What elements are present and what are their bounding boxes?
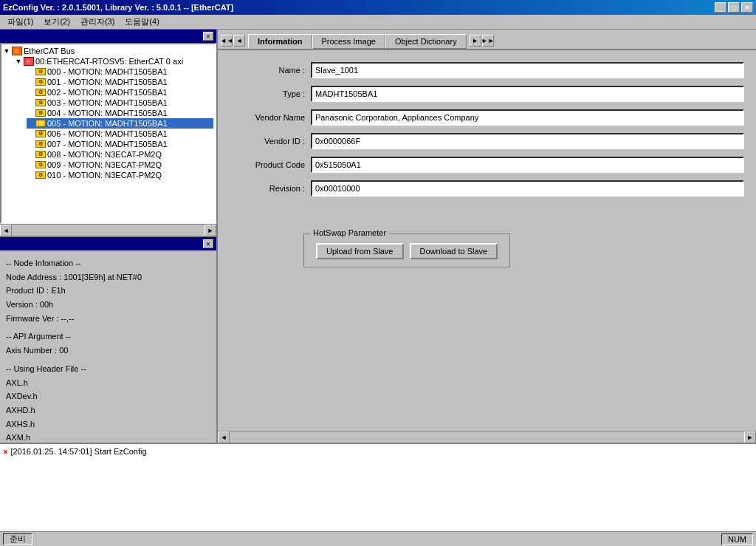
window-controls[interactable]: _ □ × (715, 2, 753, 13)
form-value-vendor-name: Panasonic Corporation, Appliances Compan… (311, 109, 744, 126)
log-area: × [2016.01.25. 14:57:01] Start EzConfig (0, 443, 756, 531)
tree-device-6[interactable]: ⚙ 006 - MOTION: MADHT1505BA1 (27, 129, 213, 139)
log-text-0: [2016.01.25. 14:57:01] Start EzConfig (10, 447, 146, 456)
download-to-slave-button[interactable]: Download to Slave (410, 243, 498, 259)
device-label-9: 009 - MOTION: N3ECAT-PM2Q (47, 160, 162, 169)
tree-root-label: EtherCAT Bus (24, 47, 75, 55)
status-bar: 준비 NUM (0, 531, 756, 546)
tree-scroll-h[interactable]: ◄ ► (0, 224, 216, 236)
tree-device-2[interactable]: ⚙ 002 - MOTION: MADHT1505BA1 (27, 87, 213, 98)
upload-from-slave-button[interactable]: Upload from Slave (316, 243, 404, 259)
tree-device-5[interactable]: ⚙ 005 - MOTION: MADHT1505BA1 (27, 118, 213, 129)
info-panel-close-button[interactable]: × (203, 239, 213, 248)
menu-help[interactable]: 도움말(4) (120, 15, 163, 29)
device-label-2: 002 - MOTION: MADHT1505BA1 (47, 88, 168, 97)
device-icon-4: ⚙ (35, 109, 46, 117)
info-panel-title-bar: × (0, 237, 216, 250)
close-button[interactable]: × (741, 2, 753, 13)
form-label-product-code: Product Code (230, 160, 311, 169)
device-label-4: 004 - MOTION: MADHT1505BA1 (47, 109, 168, 117)
tree-sub-node[interactable]: ▼ E 00:ETHERCAT-RTOSV5: EtherCAT 0 axi (15, 56, 213, 66)
tree-device-8[interactable]: ⚙ 008 - MOTION: N3ECAT-PM2Q (27, 149, 213, 160)
header-file-axhd: AXHD.h (6, 403, 210, 417)
header-file-axl: AXL.h (6, 376, 210, 390)
form-value-revision: 0x00010000 (311, 180, 744, 197)
tab-process-image[interactable]: Process Image (312, 34, 385, 49)
main-container: × ▼ E EtherCAT Bus ▼ E (0, 30, 756, 546)
form-row-name: Name : Slave_1001 (230, 62, 744, 78)
axis-number-label: Axis Number (6, 346, 52, 355)
menu-bar: 파일(1) 보기(2) 관리자(3) 도움말(4) (0, 15, 756, 30)
tree-device-0[interactable]: ⚙ 000 - MOTION: MADHT1505BA1 (27, 66, 213, 77)
menu-admin[interactable]: 관리자(3) (76, 15, 119, 29)
tree-device-7[interactable]: ⚙ 007 - MOTION: MADHT1505BA1 (27, 139, 213, 149)
content-scroll-left[interactable]: ◄ (218, 431, 230, 443)
title-bar: EzConfig Ver. : 2.0.1.5001, Library Ver.… (0, 0, 756, 15)
log-entry-0: × [2016.01.25. 14:57:01] Start EzConfig (3, 447, 753, 456)
status-text: 준비 (3, 533, 32, 545)
content-scroll-h[interactable]: ◄ ► (218, 431, 756, 443)
firmware-value: : --,-- (56, 314, 74, 323)
device-icon-10: ⚙ (35, 171, 46, 179)
ethercat-bus-icon: E (12, 47, 22, 55)
left-panel: × ▼ E EtherCAT Bus ▼ E (0, 30, 218, 443)
minimize-button[interactable]: _ (715, 2, 726, 13)
form-container: Name : Slave_1001 Type : MADHT1505BA1 Ve… (230, 62, 744, 197)
tree-device-1[interactable]: ⚙ 001 - MOTION: MADHT1505BA1 (27, 77, 213, 87)
header-file-title: -- Using Header File -- (6, 362, 210, 376)
tree-scroll-container[interactable]: ▼ E EtherCAT Bus ▼ E 00:ETHERCAT-RTOSV5:… (1, 44, 215, 222)
node-address-label: Node Address (6, 273, 57, 281)
tab-information[interactable]: Information (248, 34, 312, 49)
tree-scroll-left[interactable]: ◄ (0, 225, 12, 236)
tree-device-4[interactable]: ⚙ 004 - MOTION: MADHT1505BA1 (27, 108, 213, 118)
tree-device-10[interactable]: ⚙ 010 - MOTION: N3ECAT-PM2Q (27, 170, 213, 180)
device-label-10: 010 - MOTION: N3ECAT-PM2Q (47, 171, 162, 180)
device-icon-2: ⚙ (35, 89, 46, 96)
content-scroll-right[interactable]: ► (744, 431, 756, 443)
header-file-axm: AXM.h (6, 431, 210, 443)
sub-node-icon: E (24, 57, 34, 66)
tree-title-bar: × (0, 30, 216, 43)
axis-number-row: Axis Number : 00 (6, 344, 210, 358)
menu-file[interactable]: 파일(1) (3, 15, 38, 29)
tab-nav-prev[interactable]: ◄ (233, 35, 245, 47)
device-label-8: 008 - MOTION: N3ECAT-PM2Q (47, 150, 162, 159)
form-label-vendor-name: Vendor Name (230, 113, 311, 122)
form-label-revision: Revision : (230, 184, 311, 193)
right-panel: ◄◄ ◄ Information Process Image Object Di… (218, 30, 756, 443)
app-title: EzConfig Ver. : 2.0.1.5001, Library Ver.… (3, 3, 233, 12)
maximize-button[interactable]: □ (728, 2, 740, 13)
tree-device-3[interactable]: ⚙ 003 - MOTION: MADHT1505BA1 (27, 98, 213, 108)
tab-object-dictionary[interactable]: Object Dictionary (385, 34, 467, 49)
tree-device-9[interactable]: ⚙ 009 - MOTION: N3ECAT-PM2Q (27, 160, 213, 170)
form-value-type: MADHT1505BA1 (311, 86, 744, 102)
form-label-name: Name : (230, 66, 311, 75)
menu-view[interactable]: 보기(2) (39, 15, 74, 29)
form-row-type: Type : MADHT1505BA1 (230, 86, 744, 102)
num-label: NUM (728, 535, 746, 544)
tree-scroll-right[interactable]: ► (205, 225, 216, 236)
form-row-product-code: Product Code 0x515050A1 (230, 157, 744, 173)
expand-icon: ▼ (3, 47, 10, 55)
device-label-5: 005 - MOTION: MADHT1505BA1 (47, 119, 168, 128)
api-arg-title: -- API Argument -- (6, 330, 210, 344)
node-address-row: Node Address : 1001[3E9h] at NET#0 (6, 270, 210, 284)
version-label: Version (6, 300, 33, 309)
tab-nav-next[interactable]: ► (470, 35, 481, 47)
tree-scroll-track-h[interactable] (12, 225, 205, 236)
tab-nav-last[interactable]: ►► (482, 35, 494, 47)
content-scroll-track[interactable] (230, 431, 744, 443)
device-icon-7: ⚙ (35, 140, 46, 148)
tree-sub-label: 00:ETHERCAT-RTOSV5: EtherCAT 0 axi (35, 57, 183, 66)
device-icon-3: ⚙ (35, 99, 46, 106)
info-panel: × -- Node Infomation -- Node Address : 1… (0, 236, 216, 443)
tab-nav-first[interactable]: ◄◄ (221, 35, 233, 47)
node-info-title: -- Node Infomation -- (6, 256, 210, 270)
device-icon-0: ⚙ (35, 68, 46, 75)
tree-close-button[interactable]: × (203, 32, 213, 41)
device-label-3: 003 - MOTION: MADHT1505BA1 (47, 98, 168, 107)
tree-root-node[interactable]: ▼ E EtherCAT Bus (3, 46, 213, 56)
form-value-product-code: 0x515050A1 (311, 157, 744, 173)
form-value-name: Slave_1001 (311, 62, 744, 78)
axis-number-value: : 00 (55, 346, 68, 355)
